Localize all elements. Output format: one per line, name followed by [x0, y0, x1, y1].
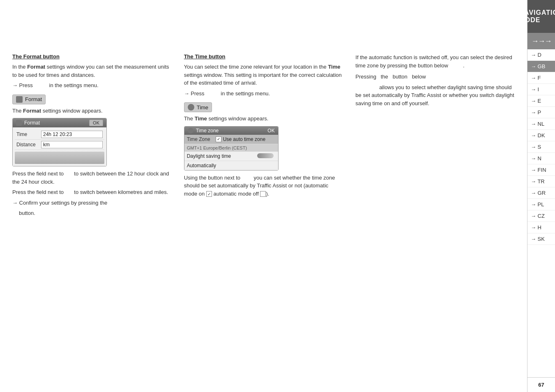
format-time-label: Time [16, 131, 41, 137]
sidebar-item[interactable]: → CZ [527, 210, 555, 222]
auto-timezone-label: Use auto time zone [223, 136, 265, 142]
time-heading: The Time button [184, 53, 343, 60]
daylight-slider[interactable] [257, 153, 276, 158]
format-settings-window: Format OK Time 24h 12 20:23 Distance km [12, 118, 107, 166]
col-format: The Format button In the Format settings… [12, 53, 172, 220]
format-distance-label: Distance [16, 142, 41, 148]
press-arrow-2: → Press [184, 90, 205, 97]
sidebar-item[interactable]: → DK [527, 130, 555, 141]
auto-timezone-checkbox[interactable]: ✓ [216, 136, 221, 142]
sidebar-item[interactable]: → D [527, 49, 555, 61]
time-icon [188, 104, 194, 111]
time-zone-label: Time Zone [187, 136, 216, 142]
sidebar-item[interactable]: → GB [527, 61, 555, 72]
sidebar-item[interactable]: → PL [527, 199, 555, 210]
time-button-bar[interactable]: Time [184, 102, 212, 112]
content-columns: The Format button In the Format settings… [12, 53, 515, 220]
daylight-row: Daylight saving time [184, 152, 278, 161]
time-body: You can select the time zone relevant fo… [184, 63, 343, 97]
format-button-bar[interactable]: Format [12, 95, 46, 104]
time-settings-window: Time zone OK Time Zone ✓ Use auto time z… [184, 126, 279, 171]
format-window-title: Format [24, 120, 40, 126]
press-arrow-1: → Press [12, 82, 33, 88]
time-zone-value: ✓ Use auto time zone [216, 136, 265, 142]
auto-on-icon: ✓ [206, 191, 212, 197]
auto-off-icon [260, 191, 266, 197]
time-settings-body: Time Zone ✓ Use auto time zone GMT+1 Eur… [184, 135, 278, 170]
col-auto-info: If the automatic function is switched of… [355, 53, 515, 220]
sidebar-item[interactable]: → TR [527, 176, 555, 187]
time-bar-label: Time [197, 104, 208, 111]
main-content: The Format button In the Format settings… [0, 0, 527, 392]
page-number: 67 [527, 377, 555, 392]
auto-label: Automatically [187, 163, 216, 168]
sidebar-item[interactable]: → P [527, 107, 555, 118]
format-instructions: Press the field next to to switch betwee… [12, 170, 172, 217]
nav-mode-header: NAVIGATION MODE [527, 0, 555, 33]
format-appears-text: The Format settings window appears. [12, 107, 172, 115]
format-distance-row: Distance km [15, 140, 104, 150]
auto-row: Automatically [184, 161, 278, 170]
format-heading: The Format button [12, 53, 172, 60]
nav-items-list: → D→ GB→ F→ I→ E→ P→ NL→ DK→ S→ N→ FIN→ … [527, 49, 555, 377]
format-body: In the Format settings window you can se… [12, 63, 172, 90]
sidebar-item[interactable]: → NL [527, 118, 555, 130]
format-ok-button[interactable]: OK [89, 120, 103, 126]
sidebar-item[interactable]: → I [527, 84, 555, 95]
sidebar-item[interactable]: → N [527, 153, 555, 164]
format-bar-label: Format [25, 96, 42, 102]
time-appears-text: The Time settings window appears. [184, 115, 343, 123]
nav-arrows-header: →→→ [527, 33, 555, 49]
sidebar-item[interactable]: → F [527, 72, 555, 84]
auto-info-body: If the automatic function is switched of… [355, 53, 515, 107]
sidebar-item[interactable]: → E [527, 95, 555, 107]
time-instructions: Using the button next to you can set whe… [184, 174, 343, 198]
right-sidebar: NAVIGATION MODE →→→ → D→ GB→ F→ I→ E→ P→… [527, 0, 555, 392]
time-window-titlebar: Time zone OK [184, 127, 278, 135]
format-slider-area [15, 152, 104, 164]
time-window-icon [188, 128, 193, 134]
sidebar-item[interactable]: → S [527, 141, 555, 153]
sidebar-item[interactable]: → GR [527, 187, 555, 199]
format-time-row: Time 24h 12 20:23 [15, 129, 104, 140]
format-time-value[interactable]: 24h 12 20:23 [41, 131, 103, 138]
daylight-label: Daylight saving time [187, 153, 231, 159]
gmt-text: GMT+1 Europe/Berlin (CEST) [187, 145, 247, 150]
col-time: The Time button You can select the time … [184, 53, 343, 220]
format-settings-body: Time 24h 12 20:23 Distance km [13, 127, 106, 166]
format-icon [16, 96, 23, 103]
sidebar-item[interactable]: → SK [527, 233, 555, 245]
time-ok-button[interactable]: OK [267, 128, 274, 134]
time-window-title: Time zone [196, 128, 219, 134]
format-window-titlebar: Format OK [13, 118, 106, 127]
sidebar-item[interactable]: → H [527, 222, 555, 233]
format-distance-value[interactable]: km [41, 141, 103, 148]
gmt-row: GMT+1 Europe/Berlin (CEST) [184, 144, 278, 152]
format-window-icon [16, 120, 22, 126]
sidebar-item[interactable]: → FIN [527, 164, 555, 176]
time-zone-row: Time Zone ✓ Use auto time zone [184, 135, 278, 144]
daylight-slider-bar [257, 153, 274, 158]
